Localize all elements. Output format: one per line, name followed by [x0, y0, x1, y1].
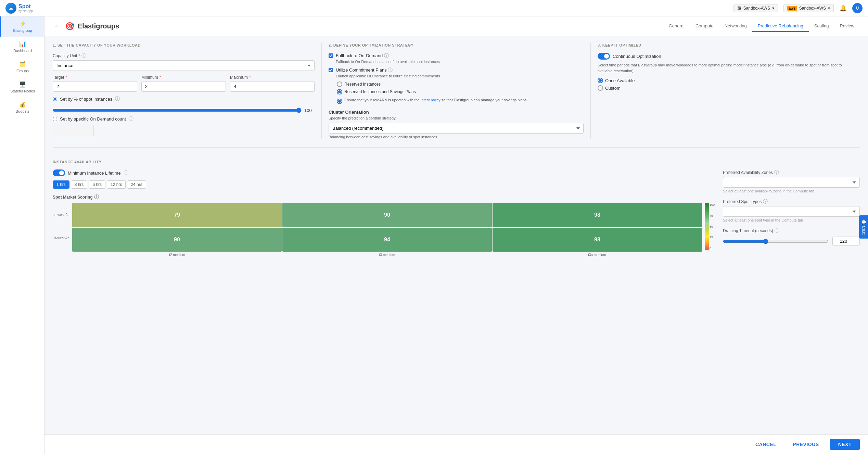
color-scale-bar — [705, 203, 709, 250]
cont-opt-toggle-row: Continuous Optimization — [598, 53, 853, 60]
minimum-input-group: Minimum * — [141, 75, 226, 92]
spot-pct-info-icon[interactable]: ⓘ — [115, 96, 120, 102]
draining-slider[interactable] — [723, 239, 828, 244]
topbar: ☁ Spot by NetApp 🏛 Sandbox-AWS ▾ aws San… — [0, 0, 868, 16]
range-value: 100 — [304, 108, 315, 113]
reserved-instances-radio[interactable]: Reserved Instances — [337, 81, 584, 87]
draining-section: Draining Timeout (seconds) ⓘ — [723, 228, 860, 246]
time-btn-3hrs[interactable]: 3 hrs — [71, 180, 88, 189]
min-lifetime-toggle[interactable] — [53, 169, 65, 176]
spot-logo-sub: by NetApp — [18, 10, 33, 13]
sidebar-item-budgets[interactable]: 💰 Budgets — [0, 97, 44, 117]
range-row: 100 — [53, 108, 315, 113]
sidebar-item-groups[interactable]: 🗂️ Groups — [0, 57, 44, 77]
preferred-az-info-icon[interactable]: ⓘ — [774, 169, 779, 176]
heatmap-cell-0-0: 79 — [72, 203, 282, 227]
capacity-unit-select[interactable]: Instance — [53, 60, 315, 71]
tab-general[interactable]: General — [663, 21, 690, 32]
spot-cloud-icon: ☁ — [9, 6, 13, 11]
aws-account-selector[interactable]: aws Sandbox-AWS ▾ — [783, 4, 834, 12]
optimization-section: 2. DEFINE YOUR OPTIMIZATION STRATEGY Fal… — [322, 43, 591, 139]
preferred-spot-label: Preferred Spot Types ⓘ — [723, 199, 860, 205]
tab-predictive-rebalancing[interactable]: Predictive Rebalancing — [752, 21, 809, 32]
nav-tabs: General Compute Networking Predictive Re… — [663, 21, 860, 32]
latest-policy-link[interactable]: latest policy — [421, 98, 440, 102]
role-arn-row: Ensure that your roleARN is updated with… — [337, 98, 584, 104]
optimization-section-title: 2. DEFINE YOUR OPTIMIZATION STRATEGY — [329, 43, 584, 47]
preferred-spot-info-icon[interactable]: ⓘ — [763, 199, 768, 205]
back-button[interactable]: ← — [53, 21, 62, 31]
time-btn-12hrs[interactable]: 12 hrs — [107, 180, 126, 189]
sandbox-aws-selector[interactable]: 🏛 Sandbox-AWS ▾ — [733, 4, 778, 12]
toggle-slider — [598, 53, 610, 60]
capacity-section-title: 1. SET THE CAPACITY OF YOUR WORKLOAD — [53, 43, 315, 47]
chevron-down-icon: ▾ — [828, 6, 830, 11]
demand-count-radio-input[interactable] — [53, 117, 57, 121]
minimum-input[interactable] — [141, 81, 226, 92]
commitment-sub-options: Reserved Instances Reserved Instances an… — [337, 81, 584, 104]
heatmap-cell-1-1: 94 — [282, 228, 492, 252]
tab-compute[interactable]: Compute — [690, 21, 719, 32]
time-btn-6hrs[interactable]: 6 hrs — [89, 180, 105, 189]
capacity-unit-info-icon[interactable]: ⓘ — [81, 53, 86, 59]
sidebar-item-stateful-nodes[interactable]: 🖥️ Stateful Nodes — [0, 77, 44, 97]
spot-pct-slider[interactable] — [53, 108, 302, 113]
draining-info-icon[interactable]: ⓘ — [775, 228, 779, 234]
fallback-sub: Fallback to On-Demand instance if no ava… — [336, 60, 440, 64]
custom-label: Custom — [605, 86, 621, 91]
fallback-info-icon[interactable]: ⓘ — [384, 53, 389, 58]
spot-logo-icon: ☁ — [5, 3, 16, 14]
target-input[interactable] — [53, 81, 137, 92]
cluster-hint: Balancing between cost savings and avail… — [329, 135, 584, 139]
once-available-label: Once Available — [605, 78, 635, 83]
preferred-spot-section: Preferred Spot Types ⓘ Select at least o… — [723, 199, 860, 222]
draining-label: Draining Timeout (seconds) ⓘ — [723, 228, 860, 234]
chat-button[interactable]: 💬 Chat — [859, 215, 868, 239]
demand-count-radio[interactable]: Set by specific On Demand count ⓘ — [53, 116, 315, 122]
ri-savings-radio[interactable]: Reserved Instances and Savings Plans — [337, 89, 584, 94]
user-avatar[interactable]: U — [852, 3, 863, 13]
color-scale: 100 75 50 25 0 — [705, 203, 715, 257]
cont-opt-toggle[interactable] — [598, 53, 610, 60]
tab-scaling[interactable]: Scaling — [809, 21, 834, 32]
min-lifetime-toggle-row: Minimum Instance Lifetime ⓘ — [53, 169, 715, 176]
fallback-check-item: Fallback to On-Demand ⓘ Fallback to On-D… — [329, 53, 584, 64]
instance-availability-section: INSTANCE AVAILABILITY Minimum Instance L… — [53, 156, 860, 257]
spot-logo: ☁ Spot by NetApp — [5, 3, 33, 14]
bank-icon: 🏛 — [737, 6, 741, 11]
time-btn-24hrs[interactable]: 24 hrs — [127, 180, 146, 189]
sidebar-item-elastigroup[interactable]: ⚡ Elastigroup — [0, 16, 44, 37]
tab-networking[interactable]: Networking — [719, 21, 752, 32]
preferred-spot-select[interactable] — [723, 206, 860, 217]
fallback-checkbox[interactable] — [329, 53, 333, 58]
target-label: Target * — [53, 75, 137, 80]
preferred-az-select[interactable] — [723, 177, 860, 188]
heatmap-wrapper: us-west-2a us-west-2b 79 90 98 — [53, 203, 715, 257]
demand-info-icon[interactable]: ⓘ — [129, 116, 133, 122]
heatmap-cell-1-0: 90 — [72, 228, 282, 252]
notification-bell-icon[interactable]: 🔔 — [839, 4, 847, 12]
tab-review[interactable]: Review — [834, 21, 860, 32]
draining-input[interactable] — [832, 237, 860, 246]
commitment-info-icon[interactable]: ⓘ — [388, 67, 393, 73]
chart-info-icon[interactable]: ⓘ — [94, 194, 99, 200]
bottom-spacer — [44, 264, 868, 284]
cont-opt-label: Continuous Optimization — [613, 54, 661, 59]
maximum-input[interactable] — [230, 81, 315, 92]
custom-row: Custom — [598, 85, 853, 91]
time-btn-1hrs[interactable]: 1 hrs — [53, 180, 69, 189]
commitment-checkbox[interactable] — [329, 68, 333, 72]
ri-savings-radio-dot — [337, 89, 342, 94]
heatmap-y-label-1: us-west-2b — [53, 236, 69, 240]
capacity-unit-label: Capacity Unit * ⓘ — [53, 53, 315, 59]
spot-pct-radio[interactable]: Set by % of spot instances ⓘ — [53, 96, 315, 102]
cluster-orientation-select[interactable]: Balanced (recommended) — [329, 123, 584, 134]
elastigroup-icon: ⚡ — [19, 21, 26, 27]
heatmap-x-label-1: t3.medium — [282, 253, 492, 257]
sidebar-item-dashboard[interactable]: 📊 Dashboard — [0, 37, 44, 57]
budgets-icon: 💰 — [19, 101, 26, 108]
commitment-check-item: Utilize Commitment Plans ⓘ Launch applic… — [329, 67, 584, 78]
min-lifetime-info-icon[interactable]: ⓘ — [124, 170, 128, 176]
color-scale-labels: 100 75 50 25 0 — [710, 203, 715, 250]
spot-pct-radio-input[interactable] — [53, 97, 57, 101]
